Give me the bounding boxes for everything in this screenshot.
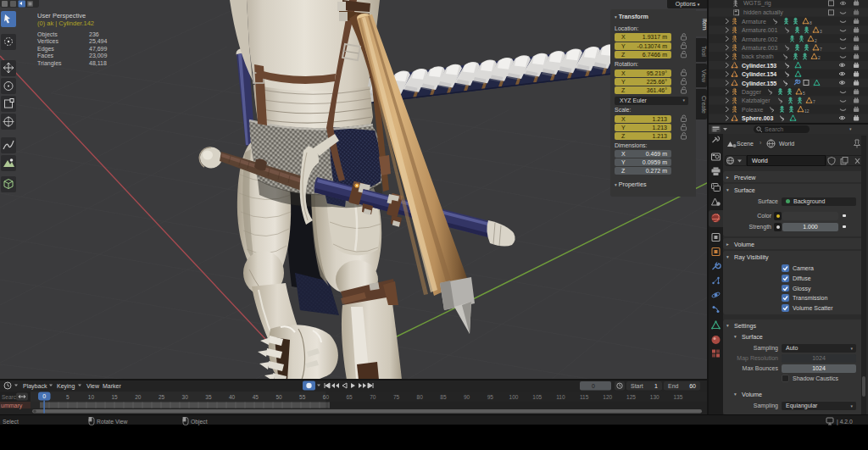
svg-text:7: 7 (820, 47, 822, 52)
svg-text:7: 7 (813, 99, 815, 104)
svg-text:15: 15 (111, 394, 118, 400)
svg-text:50: 50 (275, 394, 282, 400)
svg-text:back sheath: back sheath (742, 54, 774, 60)
svg-text:Rotate View: Rotate View (97, 419, 128, 425)
svg-text:Playback: Playback (23, 383, 47, 390)
svg-text:Start: Start (631, 383, 643, 389)
svg-text:ummary: ummary (1, 403, 23, 409)
svg-text:Cylinder.153: Cylinder.153 (742, 63, 776, 69)
svg-text:0: 0 (592, 383, 595, 389)
svg-text:Sphere.003: Sphere.003 (742, 115, 773, 122)
svg-text:0: 0 (42, 393, 46, 399)
svg-text:20: 20 (135, 394, 142, 400)
svg-text:2: 2 (818, 55, 821, 60)
svg-text:hidden actually: hidden actually (743, 10, 783, 17)
svg-text:45: 45 (253, 394, 259, 400)
svg-text:Searc: Searc (2, 394, 17, 400)
svg-text:WGTS_rig: WGTS_rig (743, 0, 771, 7)
svg-text:Armature.002: Armature.002 (742, 36, 778, 42)
svg-text:Armature: Armature (742, 19, 766, 25)
svg-text:12: 12 (804, 108, 810, 114)
svg-text:2: 2 (815, 38, 817, 43)
svg-text:Katzbalger: Katzbalger (742, 98, 771, 105)
svg-text:3: 3 (820, 29, 822, 34)
svg-text:Armature.001: Armature.001 (742, 27, 778, 33)
svg-text:60: 60 (689, 383, 696, 389)
svg-text:35: 35 (205, 394, 212, 400)
svg-text:Cylinder.154: Cylinder.154 (742, 71, 776, 78)
svg-text:Armature.003: Armature.003 (742, 45, 778, 51)
svg-text:Poleaxe: Poleaxe (742, 107, 763, 113)
svg-text:5: 5 (803, 91, 805, 96)
svg-text:5: 5 (66, 394, 70, 400)
svg-text:Marker: Marker (103, 383, 121, 389)
svg-text:10: 10 (88, 394, 95, 400)
svg-text:View: View (86, 383, 100, 389)
svg-text:1: 1 (654, 383, 658, 389)
svg-text:End: End (668, 383, 679, 389)
svg-text:8: 8 (810, 20, 812, 25)
svg-text:25: 25 (159, 394, 165, 400)
svg-text:Cylinder.155: Cylinder.155 (742, 81, 776, 87)
svg-text:40: 40 (229, 394, 236, 400)
svg-text:Select: Select (3, 419, 19, 425)
svg-text:| 4.2.0: | 4.2.0 (837, 419, 853, 425)
svg-text:55: 55 (299, 394, 306, 400)
svg-text:Keying: Keying (57, 383, 75, 390)
svg-text:Object: Object (191, 419, 208, 425)
svg-text:Dagger: Dagger (742, 89, 762, 96)
svg-text:30: 30 (182, 394, 189, 400)
